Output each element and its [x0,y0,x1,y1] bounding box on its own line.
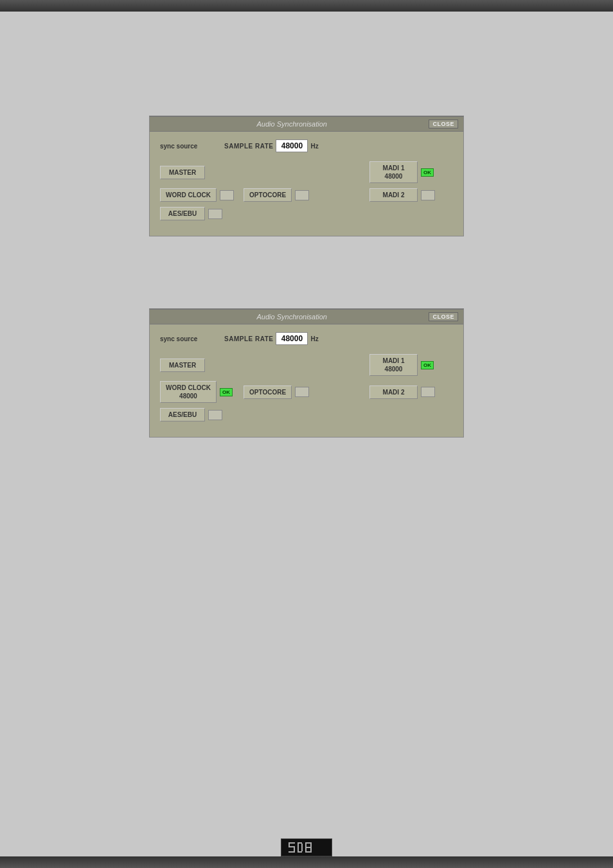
top-bar [0,0,613,12]
svg-rect-8 [301,844,303,851]
bottom-logo [281,838,332,856]
panel-1-row-2: WORD CLOCK OPTOCORE MADI 2 [160,188,453,202]
panel-1-madi2-indicator [421,190,435,200]
panel-2-row2-col2: OPTOCORE [244,385,346,399]
panel-1-aesebu-indicator [208,209,222,219]
panel-1-content: sync source SAMPLE RATE 48000 Hz MASTER … [150,132,463,236]
panel-1-sample-rate-value[interactable]: 48000 [276,139,308,152]
sd8-logo-icon [287,841,326,854]
panel-2-row2-col3: MADI 2 [369,385,453,399]
panel-2-wordclock-ok-badge: OK [220,388,233,396]
panel-2-row-3: AES/EBU [160,408,453,421]
panel-1-wordclock-button[interactable]: WORD CLOCK [160,188,217,202]
panel-2-wordclock-button[interactable]: WORD CLOCK48000 [160,381,217,403]
panel-1-optocore-indicator [295,190,309,200]
bottom-bar [0,856,613,868]
panel-2-row-1: MASTER MADI 148000 OK [160,354,453,376]
panel-2-close-button[interactable]: CLOSE [429,312,458,321]
panel-2-optocore-indicator [295,387,309,397]
panel-2-title-bar: Audio Synchronisation CLOSE [150,310,463,324]
panel-1-optocore-button[interactable]: OPTOCORE [244,188,292,202]
panel-1-madi1-ok-badge: OK [421,168,434,177]
panel-2-row1-col3: MADI 148000 OK [369,354,453,376]
panel-2-row3-col1: AES/EBU [160,408,244,421]
panel-2-sample-rate-label: SAMPLE RATE [224,335,273,342]
panel-1-aesebu-button[interactable]: AES/EBU [160,207,205,220]
svg-rect-2 [289,846,295,847]
svg-rect-6 [298,842,302,844]
panel-1-madi2-button[interactable]: MADI 2 [369,188,418,202]
svg-rect-7 [298,851,302,853]
panel-1-row1-col1: MASTER [160,166,244,179]
panel-1-hz-label: Hz [310,143,318,150]
panel-2-sample-rate-row: sync source SAMPLE RATE 48000 Hz [160,332,453,345]
panel-1-master-button[interactable]: MASTER [160,166,205,179]
svg-rect-10 [305,842,306,847]
panel-1-madi1-button[interactable]: MADI 148000 [369,161,418,183]
panel-2-hz-label: Hz [310,335,318,342]
panel-2-row2-col1: WORD CLOCK48000 OK [160,381,244,403]
svg-rect-1 [289,842,290,847]
panel-2-aesebu-button[interactable]: AES/EBU [160,408,205,421]
panel-2-sample-rate-value[interactable]: 48000 [276,332,308,345]
panel-1-sync-source-label: sync source [160,143,211,150]
panel-1-row2-col2: OPTOCORE [244,188,346,202]
panel-1-title-bar: Audio Synchronisation CLOSE [150,117,463,132]
panel-1-row-1: MASTER MADI 148000 OK [160,161,453,183]
panel-1-row1-col3: MADI 148000 OK [369,161,453,183]
panel-2-aesebu-indicator [208,410,222,420]
panel-1-sample-rate-row: sync source SAMPLE RATE 48000 Hz [160,139,453,152]
panel-2-madi1-ok-badge: OK [421,361,434,369]
panel-2-content: sync source SAMPLE RATE 48000 Hz MASTER … [150,324,463,437]
panel-2-master-button[interactable]: MASTER [160,359,205,372]
panel-2: Audio Synchronisation CLOSE sync source … [149,308,464,438]
panel-1-sample-rate-label: SAMPLE RATE [224,143,273,150]
panel-1-close-button[interactable]: CLOSE [429,120,458,128]
panel-1: Audio Synchronisation CLOSE sync source … [149,116,464,236]
panel-1-row2-col1: WORD CLOCK [160,188,244,202]
panel-2-madi2-button[interactable]: MADI 2 [369,385,418,399]
panel-2-row-2: WORD CLOCK48000 OK OPTOCORE MADI 2 [160,381,453,403]
panel-2-madi2-indicator [421,387,435,397]
panel-2-sync-source-label: sync source [160,335,211,342]
panel-1-title: Audio Synchronisation [155,120,429,128]
panel-2-madi1-button[interactable]: MADI 148000 [369,354,418,376]
svg-rect-11 [310,842,312,847]
svg-rect-3 [294,847,295,851]
svg-rect-15 [305,851,312,853]
panel-2-row1-col1: MASTER [160,359,244,372]
panel-1-row2-col3: MADI 2 [369,188,453,202]
panel-2-optocore-button[interactable]: OPTOCORE [244,385,292,399]
panel-2-title: Audio Synchronisation [155,313,429,321]
panel-1-row-3: AES/EBU [160,207,453,220]
panel-1-wordclock-indicator [220,190,234,200]
svg-rect-5 [298,842,299,853]
panel-1-row3-col1: AES/EBU [160,207,244,220]
svg-rect-4 [289,851,295,853]
